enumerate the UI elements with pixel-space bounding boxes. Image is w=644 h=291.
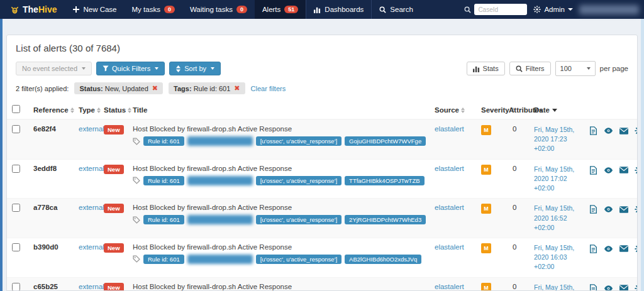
row-checkbox[interactable] — [12, 125, 20, 133]
nav-new-case[interactable]: New Case — [65, 0, 124, 19]
severity-badge[interactable]: M — [481, 283, 491, 291]
alert-type[interactable]: external — [79, 243, 104, 251]
admin-menu[interactable]: Admin — [533, 6, 573, 13]
alert-reference[interactable]: c65b25 — [33, 283, 58, 290]
envelope-icon[interactable] — [619, 206, 628, 213]
gear-actions-icon[interactable] — [635, 244, 638, 253]
alert-reference[interactable]: a778ca — [33, 204, 57, 211]
sort-by-dropdown[interactable]: Sort by — [169, 62, 221, 75]
page-title: List of alerts (30 of 7684) — [7, 35, 637, 57]
tag-list: Rule id: 601[u'ossec', u'active_response… — [143, 136, 426, 146]
caseid-search-input[interactable] — [474, 4, 527, 15]
gear-actions-icon[interactable] — [635, 126, 638, 135]
alert-type[interactable]: external — [79, 165, 104, 172]
status-badge: New — [104, 283, 124, 291]
description-file-icon[interactable] — [589, 126, 597, 135]
attributes-count: 0 — [509, 125, 516, 133]
alert-tag[interactable]: Rule id: 601 — [143, 255, 184, 264]
alert-tag[interactable]: Rule id: 601 — [143, 136, 184, 146]
eye-preview-icon[interactable] — [604, 245, 613, 253]
alert-type[interactable]: external — [79, 125, 104, 133]
alert-tag[interactable]: [u'ossec', u'active_response'] — [256, 136, 341, 146]
thehive-logo[interactable]: TheHive — [0, 0, 65, 19]
eye-preview-icon[interactable] — [604, 206, 613, 213]
col-severity[interactable]: Severity — [476, 101, 504, 119]
alert-tag[interactable]: Rule id: 601 — [143, 176, 184, 185]
alert-source[interactable]: elastalert — [435, 165, 464, 172]
alert-source[interactable]: elastalert — [435, 243, 464, 251]
remove-filter-icon[interactable]: ✖ — [152, 84, 158, 92]
gear-actions-icon[interactable] — [635, 205, 638, 214]
alert-date: Fri, May 15th, 2020 14:17+02:00 — [534, 283, 579, 291]
row-checkbox[interactable] — [12, 204, 20, 212]
alert-tag[interactable]: AB2lGHIBd6h0O2xdsJVq — [345, 255, 421, 264]
alert-source[interactable]: elastalert — [435, 283, 464, 290]
alert-reference[interactable]: 3eddf8 — [33, 165, 57, 172]
right-scrollbar[interactable] — [641, 19, 644, 291]
row-checkbox[interactable] — [12, 243, 20, 251]
col-reference[interactable]: Reference — [28, 101, 74, 119]
severity-badge[interactable]: M — [481, 243, 491, 253]
eye-preview-icon[interactable] — [604, 167, 613, 174]
description-file-icon[interactable] — [589, 244, 597, 253]
col-source[interactable]: Source — [430, 101, 476, 119]
nav-waiting-tasks[interactable]: Waiting tasks 0 — [182, 0, 255, 19]
alert-type[interactable]: external — [79, 283, 104, 290]
alert-source[interactable]: elastalert — [435, 204, 464, 211]
filters-button[interactable]: Filters — [509, 62, 551, 75]
alert-source[interactable]: elastalert — [435, 125, 464, 133]
filter-value: Rule id: 601 — [194, 85, 231, 92]
thehive-bee-icon — [10, 5, 19, 14]
alert-tag[interactable]: 2YjRGHIBDPchtW7WhEd3 — [345, 215, 426, 224]
envelope-icon[interactable] — [619, 167, 628, 173]
stats-button[interactable]: Stats — [467, 62, 505, 75]
nav-alerts[interactable]: Alerts 51 — [255, 0, 306, 19]
alert-title: Host Blocked by firewall-drop.sh Active … — [133, 283, 425, 290]
severity-badge[interactable]: M — [481, 165, 491, 175]
per-page-select[interactable]: 100 — [555, 61, 596, 76]
alert-reference[interactable]: 6e82f4 — [33, 125, 56, 133]
alert-date: Fri, May 15th, 2020 16:52+02:00 — [534, 204, 579, 233]
nav-search[interactable]: Search — [371, 0, 420, 19]
alert-tag[interactable]: [u'ossec', u'active_response'] — [256, 215, 341, 224]
col-status[interactable]: Status — [99, 101, 128, 119]
severity-badge[interactable]: M — [481, 125, 491, 135]
stats-label: Stats — [483, 65, 499, 72]
quick-filters-dropdown[interactable]: Quick Filters — [96, 62, 165, 75]
chevron-down-icon — [82, 67, 86, 70]
envelope-icon[interactable] — [619, 245, 628, 252]
select-all-checkbox[interactable] — [12, 105, 20, 113]
alert-tag[interactable]: GojuGHIBDPchtW7WVFge — [345, 136, 426, 146]
alert-tag[interactable]: [u'ossec', u'active_response'] — [256, 255, 341, 264]
nav-my-tasks[interactable]: My tasks 0 — [125, 0, 182, 19]
envelope-icon[interactable] — [619, 128, 628, 135]
remove-filter-icon[interactable]: ✖ — [234, 84, 240, 92]
description-file-icon[interactable] — [589, 284, 597, 291]
col-date[interactable]: Date — [529, 101, 584, 119]
gear-actions-icon[interactable] — [635, 284, 638, 291]
row-checkbox[interactable] — [12, 165, 20, 173]
alert-reference[interactable]: b390d0 — [33, 243, 58, 251]
event-select-dropdown[interactable]: No event selected — [16, 62, 92, 75]
alert-tag[interactable]: TTfaGHIBkk4OSPJTwTZB — [345, 176, 424, 185]
alert-tag[interactable]: Rule id: 601 — [143, 215, 184, 224]
severity-badge[interactable]: M — [481, 204, 491, 214]
waiting-tasks-badge: 0 — [236, 6, 247, 13]
alert-title: Host Blocked by firewall-drop.sh Active … — [133, 243, 425, 251]
col-type[interactable]: Type — [74, 101, 99, 119]
alert-title: Host Blocked by firewall-drop.sh Active … — [133, 125, 425, 133]
description-file-icon[interactable] — [589, 205, 597, 214]
alert-type[interactable]: external — [79, 204, 104, 211]
description-file-icon[interactable] — [589, 166, 597, 175]
nav-dashboards[interactable]: Dashboards — [306, 0, 371, 19]
alerts-badge: 51 — [284, 6, 298, 13]
row-checkbox[interactable] — [12, 283, 20, 291]
table-row: c65b25 external New Host Blocked by fire… — [7, 277, 638, 291]
quick-filters-label: Quick Filters — [112, 65, 150, 72]
eye-preview-icon[interactable] — [604, 127, 613, 135]
eye-preview-icon[interactable] — [604, 285, 613, 291]
gear-actions-icon[interactable] — [635, 166, 638, 175]
envelope-icon[interactable] — [619, 285, 628, 291]
clear-filters-link[interactable]: Clear filters — [251, 85, 286, 92]
alert-tag[interactable]: [u'ossec', u'active_response'] — [256, 176, 341, 185]
